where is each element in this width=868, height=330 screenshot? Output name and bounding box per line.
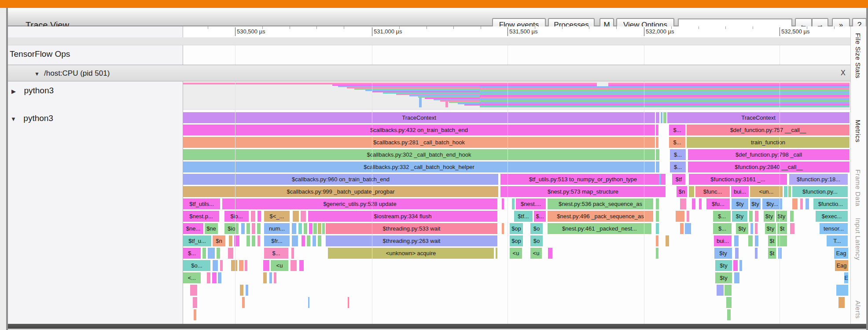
- flame-span[interactable]: [292, 235, 298, 246]
- sidebar-item-python3-collapsed[interactable]: ▶ python3: [11, 86, 54, 95]
- flame-span[interactable]: [692, 198, 695, 209]
- flame-span[interactable]: [680, 223, 684, 234]
- flame-span[interactable]: [302, 235, 305, 246]
- flame-span[interactable]: $tf_utils.py:513 to_numpy_or_python_type: [500, 174, 666, 185]
- flame-span[interactable]: $ty: [715, 260, 732, 271]
- flame-span[interactable]: [663, 112, 666, 123]
- flame-span[interactable]: <u: [271, 260, 288, 271]
- flame-span[interactable]: $function.py:2840 __call__: [688, 161, 850, 172]
- flame-span[interactable]: $def_function.py:757 __call__: [687, 125, 850, 136]
- flame-span[interactable]: $iostream.py:334 flush: [308, 211, 497, 222]
- flame-span[interactable]: [800, 198, 803, 209]
- flame-span[interactable]: TraceContext: [183, 112, 655, 123]
- process-header-host-cpu[interactable]: ▼ /host:CPU (pid 501) X: [8, 65, 850, 81]
- flame-span[interactable]: $ty: [765, 223, 776, 234]
- flame-span[interactable]: $...: [713, 223, 732, 234]
- flame-span[interactable]: $ty: [715, 272, 732, 283]
- flame-span[interactable]: [208, 248, 215, 259]
- flame-span[interactable]: TraceContext: [667, 112, 850, 123]
- flame-span[interactable]: $...: [670, 161, 686, 172]
- flame-span[interactable]: [194, 309, 196, 320]
- flame-span[interactable]: [322, 223, 325, 234]
- flame-span[interactable]: $io: [224, 223, 239, 234]
- flame-span[interactable]: [792, 198, 798, 209]
- flame-span[interactable]: $nest.py:536 pack_sequence_as: [548, 198, 653, 209]
- flame-span[interactable]: $t: [768, 235, 776, 246]
- flame-span[interactable]: [733, 260, 738, 271]
- flame-span[interactable]: train_function: [687, 137, 850, 148]
- flame-span[interactable]: $io...: [224, 211, 249, 222]
- flame-span[interactable]: [220, 260, 223, 271]
- flame-span[interactable]: [777, 235, 787, 246]
- flame-span[interactable]: $nest.p...: [183, 211, 219, 222]
- flame-span[interactable]: bui...: [714, 235, 732, 246]
- flame-span[interactable]: [190, 285, 197, 296]
- flame-span[interactable]: [735, 248, 739, 259]
- flame-span[interactable]: num...: [264, 223, 290, 234]
- flame-span[interactable]: $t: [777, 223, 787, 234]
- flame-span[interactable]: $fu...: [706, 198, 730, 209]
- flame-span[interactable]: $callbacks.py:432 on_train_batch_end: [183, 125, 655, 136]
- tab-input-latency[interactable]: Input Latency: [854, 218, 862, 260]
- flame-span[interactable]: [263, 260, 269, 271]
- flame-span[interactable]: [313, 223, 317, 234]
- flame-span[interactable]: [656, 112, 659, 123]
- flame-span[interactable]: $ty: [764, 211, 775, 222]
- flame-span[interactable]: [656, 161, 659, 172]
- flame-span[interactable]: $ty: [776, 211, 787, 222]
- flame-span[interactable]: [755, 223, 758, 234]
- flame-span[interactable]: [725, 285, 732, 296]
- flame-span[interactable]: [292, 223, 296, 234]
- flame-span[interactable]: [687, 211, 689, 222]
- flame-span[interactable]: [217, 248, 220, 259]
- flame-span[interactable]: [246, 285, 248, 296]
- flame-span[interactable]: $ne: [205, 223, 218, 234]
- flame-span[interactable]: $function.py:18...: [789, 174, 848, 185]
- flame-span[interactable]: [502, 198, 504, 209]
- flame-span[interactable]: [228, 248, 233, 259]
- tab-file-size-stats[interactable]: File Size Stats: [854, 33, 862, 78]
- flame-span[interactable]: [318, 235, 321, 246]
- tab-alerts[interactable]: Alerts: [854, 301, 862, 319]
- flame-span[interactable]: <unknown> acquire: [328, 248, 494, 259]
- flame-span[interactable]: [790, 223, 794, 234]
- flame-span[interactable]: [656, 248, 658, 259]
- flame-span[interactable]: [269, 272, 272, 283]
- flame-span[interactable]: $n: [213, 235, 225, 246]
- flame-span[interactable]: [778, 248, 782, 259]
- flame-span[interactable]: [348, 297, 349, 308]
- flame-span[interactable]: E: [844, 272, 848, 283]
- flame-span[interactable]: [656, 174, 658, 185]
- flame-span[interactable]: [755, 248, 758, 259]
- flame-span[interactable]: $ty: [714, 248, 732, 259]
- close-icon[interactable]: X: [841, 69, 846, 77]
- flame-span[interactable]: $op: [510, 223, 523, 234]
- flame-span[interactable]: [734, 235, 739, 246]
- tab-metrics[interactable]: Metrics: [854, 120, 862, 143]
- flame-span[interactable]: [739, 260, 742, 271]
- flame-span[interactable]: [790, 211, 794, 222]
- flame-span[interactable]: [207, 272, 210, 283]
- flame-span[interactable]: [512, 198, 515, 209]
- flame-span[interactable]: [242, 297, 245, 308]
- flame-span[interactable]: [257, 223, 261, 234]
- flame-span[interactable]: [661, 112, 662, 123]
- flame-span[interactable]: $o...: [183, 260, 210, 271]
- flame-span[interactable]: [680, 198, 686, 209]
- flame-span[interactable]: [257, 235, 260, 246]
- flame-span[interactable]: [318, 223, 321, 234]
- flame-span[interactable]: [229, 235, 232, 246]
- flame-span[interactable]: <un...: [750, 186, 783, 197]
- flame-span[interactable]: T...: [827, 235, 848, 246]
- flame-span[interactable]: $nest.py:461 _packed_nest...: [548, 223, 651, 234]
- flame-span[interactable]: $...: [264, 248, 288, 259]
- flame-span[interactable]: [727, 309, 731, 320]
- flame-span[interactable]: [298, 223, 302, 234]
- flame-span[interactable]: [839, 297, 845, 308]
- tab-frame-data[interactable]: Frame Data: [854, 169, 862, 206]
- flame-span[interactable]: [218, 272, 221, 283]
- flame-span[interactable]: [308, 297, 309, 308]
- flame-span[interactable]: $tf...: [514, 211, 533, 222]
- chevron-down-icon[interactable]: ▼: [34, 71, 40, 77]
- flame-span[interactable]: $tf_utils...: [183, 198, 220, 209]
